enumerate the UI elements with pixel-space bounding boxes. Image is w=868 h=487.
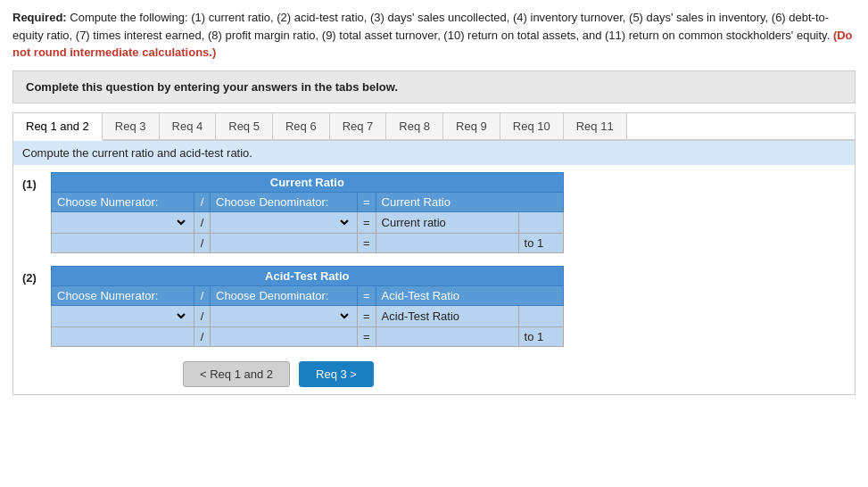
tab-req4[interactable]: Req 4 (160, 113, 217, 139)
section1-denominator-input[interactable] (216, 236, 351, 250)
section1-inner-table: Current Ratio Choose Numerator: / Choose… (51, 172, 564, 253)
section1-result-label1: Current ratio (376, 211, 518, 233)
section1-header-slash: / (194, 192, 211, 211)
tab-req8[interactable]: Req 8 (386, 113, 443, 139)
section1-table: (1) Current Ratio Choose Numerator: / (22, 172, 564, 253)
section1-label: (1) (22, 172, 51, 253)
tab-req7[interactable]: Req 7 (330, 113, 387, 139)
section2-data-row1: / = Acid-Test Ratio (52, 305, 564, 326)
section1-data-row2: / = to 1 (52, 233, 564, 252)
required-section: Required: Compute the following: (1) cur… (12, 9, 856, 62)
intro-text: Compute the following: (1) current ratio… (12, 11, 830, 42)
section2-header-result: Acid-Test Ratio (376, 285, 563, 305)
tab-req5[interactable]: Req 5 (216, 113, 273, 139)
section2-slash2: / (194, 326, 211, 346)
section1-numerator-select[interactable] (57, 215, 188, 230)
section1-header-result: Current Ratio (376, 192, 563, 211)
section1-denominator-select[interactable] (216, 215, 351, 230)
section1-header-row: Choose Numerator: / Choose Denominator: … (52, 192, 564, 211)
section1-result-input-cell[interactable] (376, 233, 518, 252)
section2-numerator-select-cell[interactable] (52, 305, 194, 326)
section1-slash1: / (194, 211, 211, 233)
tab-subtitle: Compute the current ratio and acid-test … (13, 141, 855, 165)
tab-req9[interactable]: Req 9 (443, 113, 500, 139)
section1-denominator-select-cell[interactable] (211, 211, 358, 233)
section2-header-numerator: Choose Numerator: (52, 285, 194, 305)
section2-eq1: = (358, 305, 376, 326)
section2-to1-empty (518, 305, 563, 326)
prev-button[interactable]: < Req 1 and 2 (183, 361, 290, 387)
section2-to1: to 1 (518, 326, 563, 346)
section2-numerator-select[interactable] (57, 309, 188, 324)
section2-denominator-input[interactable] (216, 330, 351, 343)
section1-title: Current Ratio (52, 172, 564, 192)
section2-inner-table: Acid-Test Ratio Choose Numerator: / Choo… (51, 266, 564, 347)
section1-title-row: Current Ratio (52, 172, 564, 192)
tab-req3[interactable]: Req 3 (103, 113, 160, 139)
tab-req1and2[interactable]: Req 1 and 2 (13, 113, 103, 141)
section1-header-denominator: Choose Denominator: (211, 192, 358, 211)
section2-numerator-input-cell[interactable] (52, 326, 194, 346)
section1-data-row1: / = Current ratio (52, 211, 564, 233)
section2-title-row: Acid-Test Ratio (52, 266, 564, 285)
tabs-nav: Req 1 and 2 Req 3 Req 4 Req 5 Req 6 Req … (13, 113, 855, 141)
tab-req6[interactable]: Req 6 (273, 113, 330, 139)
section2-data-row2: / = to 1 (52, 326, 564, 346)
section2-header-slash: / (194, 285, 211, 305)
section1-to1: to 1 (518, 233, 563, 252)
section2-label: (2) (22, 266, 51, 347)
tab-req10[interactable]: Req 10 (500, 113, 564, 139)
required-label: Required: (12, 11, 67, 24)
section1-to1-empty (518, 211, 563, 233)
section2-numerator-input[interactable] (57, 330, 188, 343)
section2-header-row: Choose Numerator: / Choose Denominator: … (52, 285, 564, 305)
section2-result-input[interactable] (382, 330, 513, 343)
next-button[interactable]: Req 3 > (299, 361, 374, 387)
section1-denominator-input-cell[interactable] (211, 233, 358, 252)
section2-title: Acid-Test Ratio (52, 266, 564, 285)
section1-numerator-select-cell[interactable] (52, 211, 194, 233)
section2-header-denominator: Choose Denominator: (211, 285, 358, 305)
section2-slash1: / (194, 305, 211, 326)
tabs-container: Req 1 and 2 Req 3 Req 4 Req 5 Req 6 Req … (12, 112, 856, 395)
section2-denominator-input-cell[interactable] (211, 326, 358, 346)
section2-denominator-select[interactable] (216, 309, 351, 324)
section2-eq2: = (358, 326, 376, 346)
section1-numerator-input-cell[interactable] (52, 233, 194, 252)
section2-denominator-select-cell[interactable] (211, 305, 358, 326)
tab-req11[interactable]: Req 11 (564, 113, 627, 139)
section2-header-eq: = (358, 285, 376, 305)
section1-eq2: = (358, 233, 376, 252)
section1-header-eq: = (358, 192, 376, 211)
section1-header-numerator: Choose Numerator: (52, 192, 194, 211)
section1-eq1: = (358, 211, 376, 233)
instruction-box: Complete this question by entering your … (12, 70, 856, 103)
section1-slash2: / (194, 233, 211, 252)
section1-result-input[interactable] (382, 236, 513, 250)
section2-result-label1: Acid-Test Ratio (376, 305, 518, 326)
section2-result-input-cell[interactable] (376, 326, 518, 346)
section1-numerator-input[interactable] (57, 236, 188, 250)
nav-buttons: < Req 1 and 2 Req 3 > (22, 361, 846, 387)
section2-table: (2) Acid-Test Ratio Choose Numerator: / (22, 266, 564, 347)
